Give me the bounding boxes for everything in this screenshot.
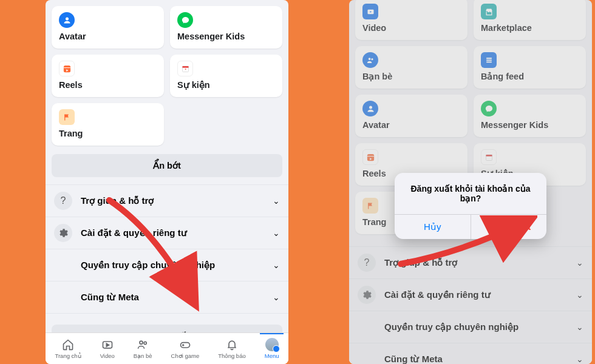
grid-icon [54, 256, 72, 274]
grid-icon [358, 318, 376, 336]
list-item-also-from-meta[interactable]: Cũng từ Meta ⌄ [349, 343, 592, 364]
shortcut-tile-reels[interactable]: Reels [52, 55, 164, 97]
list-item-settings-privacy[interactable]: Cài đặt & quyền riêng tư ⌄ [349, 279, 592, 311]
chevron-down-icon: ⌄ [273, 260, 280, 270]
tab-home[interactable]: Trang chủ [55, 338, 81, 359]
messenger-kids-icon [481, 101, 497, 116]
tab-label: Menu [265, 352, 279, 359]
list-item-help-support[interactable]: ? Trợ giúp & hỗ trợ ⌄ [46, 185, 288, 217]
dialog-confirm-logout-button[interactable]: Đăng xuất [471, 215, 547, 239]
tile-label: Bảng feed [481, 72, 579, 81]
profile-menu-icon [265, 338, 279, 351]
tile-label: Video [362, 23, 460, 33]
event-icon: * [177, 61, 193, 76]
phone-screenshot-step1: Avatar Messenger Kids Reels * Sự kiện [46, 0, 288, 364]
settings-list: ? Trợ giúp & hỗ trợ ⌄ Cài đặt & quyền ri… [349, 246, 592, 364]
avatar-icon [362, 101, 378, 116]
list-item-settings-privacy[interactable]: Cài đặt & quyền riêng tư ⌄ [46, 217, 288, 249]
shortcut-tile-friends[interactable]: Bạn bè [355, 46, 467, 89]
shortcut-tile-avatar[interactable]: Avatar [52, 6, 164, 49]
svg-rect-14 [486, 61, 492, 62]
shortcut-tile-feeds[interactable]: Bảng feed [474, 46, 586, 89]
event-icon [481, 149, 497, 165]
reels-icon [362, 149, 378, 165]
shortcut-tile-messenger-kids[interactable]: Messenger Kids [170, 6, 282, 49]
flag-icon [362, 198, 378, 214]
logout-confirm-dialog: Đăng xuất khỏi tài khoản của bạn? Hủy Đă… [395, 173, 546, 239]
tile-label: Bạn bè [362, 72, 460, 81]
tile-label: Avatar [362, 120, 460, 130]
svg-rect-12 [486, 58, 492, 59]
list-item-also-from-meta[interactable]: Cũng từ Meta ⌄ [46, 281, 288, 314]
tab-label: Video [100, 352, 115, 359]
friends-icon [136, 338, 149, 351]
svg-rect-18 [486, 155, 492, 157]
svg-point-10 [368, 58, 370, 60]
gear-icon [358, 286, 376, 304]
question-icon: ? [54, 192, 72, 210]
shortcut-tile-pages[interactable]: Trang [52, 103, 164, 146]
tile-label: Sự kiện [177, 80, 275, 90]
tile-label: Avatar [59, 32, 157, 41]
chevron-down-icon: ⌄ [273, 228, 280, 238]
list-item-help-support[interactable]: ? Trợ giúp & hỗ trợ ⌄ [349, 247, 592, 279]
messenger-kids-icon [177, 12, 193, 28]
list-item-label: Trợ giúp & hỗ trợ [81, 195, 264, 206]
list-item-label: Trợ giúp & hỗ trợ [384, 257, 568, 268]
see-less-button[interactable]: Ẩn bớt [52, 154, 282, 177]
list-item-label: Cũng từ Meta [384, 354, 568, 364]
list-item-label: Cài đặt & quyền riêng tư [384, 289, 568, 300]
tile-label: Messenger Kids [177, 32, 275, 41]
chevron-down-icon: ⌄ [576, 290, 583, 300]
list-item-professional-access[interactable]: Quyền truy cập chuyên nghiệp ⌄ [46, 249, 288, 281]
shortcut-tile-messenger-kids[interactable]: Messenger Kids [474, 95, 586, 137]
gaming-icon [178, 338, 192, 351]
tab-label: Chơi game [171, 352, 200, 359]
dialog-message: Đăng xuất khỏi tài khoản của bạn? [395, 173, 546, 214]
question-icon: ? [358, 254, 376, 272]
tile-label: Messenger Kids [481, 120, 579, 130]
svg-point-7 [144, 342, 146, 344]
list-item-professional-access[interactable]: Quyền truy cập chuyên nghiệp ⌄ [349, 311, 592, 343]
tab-menu[interactable]: Menu [265, 338, 279, 359]
flag-icon [59, 109, 75, 125]
avatar-icon [59, 12, 75, 28]
tile-label: Trang [59, 129, 157, 138]
friends-icon [362, 52, 378, 68]
shortcut-tile-marketplace[interactable]: Marketplace [474, 0, 586, 40]
tab-label: Trang chủ [55, 352, 81, 359]
video-icon [362, 4, 378, 19]
grid-icon [358, 350, 376, 364]
marketplace-icon [481, 4, 497, 19]
gear-icon [54, 224, 72, 242]
dialog-cancel-button[interactable]: Hủy [395, 215, 471, 239]
list-item-label: Cài đặt & quyền riêng tư [81, 228, 264, 238]
svg-point-6 [140, 341, 143, 344]
tab-friends[interactable]: Bạn bè [134, 338, 152, 359]
phone-screenshot-step2: Video Marketplace Bạn bè Bảng feed [349, 0, 592, 364]
shortcut-tile-video[interactable]: Video [355, 0, 467, 40]
svg-point-11 [371, 58, 373, 60]
tab-label: Thông báo [218, 352, 245, 359]
svg-point-0 [66, 17, 69, 20]
shortcut-tile-avatar[interactable]: Avatar [355, 95, 467, 137]
reels-icon [59, 61, 75, 76]
svg-rect-1 [63, 65, 70, 72]
chevron-down-icon: ⌄ [576, 354, 583, 364]
bell-icon [225, 338, 239, 351]
svg-rect-16 [367, 153, 373, 160]
shortcut-tile-events[interactable]: * Sự kiện [170, 55, 282, 97]
video-icon [101, 338, 114, 351]
tab-video[interactable]: Video [100, 338, 115, 359]
list-item-label: Quyền truy cập chuyên nghiệp [384, 322, 568, 332]
bottom-tab-bar: Trang chủ Video Bạn bè Chơi game Thông b… [46, 332, 288, 364]
feed-icon [481, 52, 497, 68]
chevron-down-icon: ⌄ [273, 292, 280, 302]
settings-list: ? Trợ giúp & hỗ trợ ⌄ Cài đặt & quyền ri… [46, 184, 288, 314]
tab-notifications[interactable]: Thông báo [218, 338, 245, 359]
chevron-down-icon: ⌄ [273, 196, 280, 206]
list-item-label: Cũng từ Meta [81, 292, 264, 303]
chevron-down-icon: ⌄ [576, 258, 583, 268]
chevron-down-icon: ⌄ [576, 322, 583, 332]
tab-gaming[interactable]: Chơi game [171, 338, 200, 359]
